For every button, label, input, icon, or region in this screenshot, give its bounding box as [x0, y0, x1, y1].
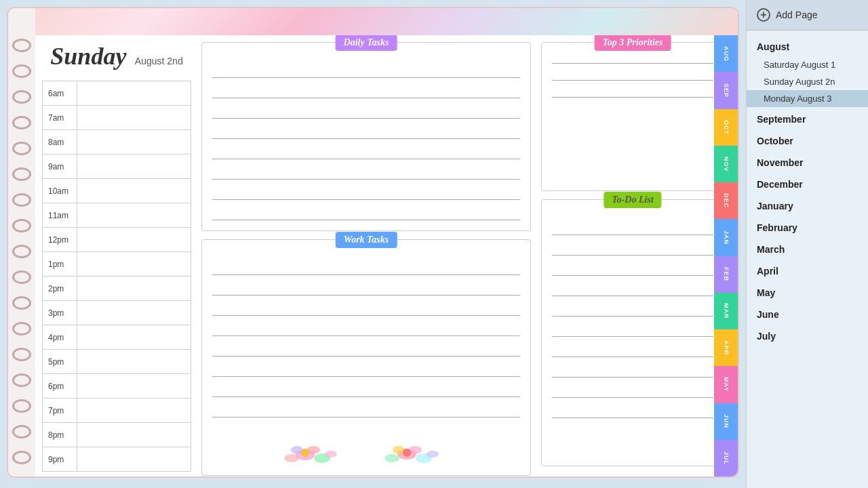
- priority-line[interactable]: [552, 63, 713, 64]
- task-line[interactable]: [552, 342, 713, 357]
- task-line[interactable]: [212, 362, 520, 377]
- priority-line[interactable]: [552, 97, 713, 98]
- tab-nov[interactable]: NOV: [714, 146, 738, 182]
- month-name[interactable]: December: [747, 175, 868, 194]
- time-slot-line[interactable]: [77, 228, 191, 251]
- month-name[interactable]: July: [747, 327, 868, 346]
- tab-may[interactable]: MAY: [714, 366, 738, 403]
- time-row[interactable]: 8am: [43, 130, 191, 155]
- time-slot-line[interactable]: [77, 399, 191, 422]
- time-slot-line[interactable]: [77, 325, 191, 349]
- time-row[interactable]: 6am: [43, 81, 191, 106]
- time-row[interactable]: 9pm: [43, 447, 191, 472]
- month-name[interactable]: October: [747, 131, 868, 150]
- tab-oct[interactable]: OCT: [714, 109, 738, 146]
- time-row[interactable]: 8pm: [43, 423, 191, 447]
- task-line[interactable]: [212, 342, 520, 357]
- time-slot-line[interactable]: [77, 447, 191, 471]
- middle-column: Daily Tasks Work Tasks: [201, 42, 531, 466]
- time-row[interactable]: 6pm: [43, 374, 191, 399]
- time-label: 3pm: [43, 308, 77, 318]
- time-row[interactable]: 7am: [43, 106, 191, 130]
- day-entry[interactable]: Sunday August 2n: [747, 73, 868, 90]
- task-line[interactable]: [552, 261, 713, 276]
- month-name[interactable]: November: [747, 153, 868, 172]
- tab-jun[interactable]: JUN: [714, 403, 738, 440]
- time-slot-line[interactable]: [77, 423, 191, 447]
- time-slot-line[interactable]: [77, 374, 191, 398]
- month-name[interactable]: March: [747, 240, 868, 259]
- time-slot-line[interactable]: [77, 301, 191, 325]
- time-slot-line[interactable]: [77, 106, 191, 129]
- time-label: 11am: [43, 211, 77, 220]
- time-slot-line[interactable]: [77, 252, 191, 276]
- top3-priorities-box: Top 3 Priorities: [541, 42, 724, 191]
- tab-aug[interactable]: AUG: [714, 35, 738, 72]
- tab-mar[interactable]: MAR: [714, 293, 738, 329]
- task-line[interactable]: [552, 220, 713, 235]
- task-line[interactable]: [212, 165, 520, 180]
- time-row[interactable]: 7pm: [43, 399, 191, 423]
- task-line[interactable]: [212, 321, 520, 336]
- task-line[interactable]: [212, 83, 520, 98]
- task-line[interactable]: [212, 144, 520, 159]
- time-row[interactable]: 4pm: [43, 325, 191, 350]
- time-slot-line[interactable]: [77, 130, 191, 154]
- task-line[interactable]: [212, 104, 520, 119]
- time-row[interactable]: 2pm: [43, 277, 191, 301]
- month-name[interactable]: May: [747, 283, 868, 302]
- time-row[interactable]: 1pm: [43, 252, 191, 277]
- month-name[interactable]: April: [747, 262, 868, 281]
- tab-dec[interactable]: DEC: [714, 182, 738, 219]
- month-name[interactable]: June: [747, 305, 868, 324]
- page-content: Sunday August 2nd 6am7am8am9am10am11am12…: [35, 8, 738, 476]
- tab-feb[interactable]: FEB: [714, 256, 738, 293]
- time-label: 12pm: [43, 235, 77, 245]
- task-line[interactable]: [552, 383, 713, 398]
- time-row[interactable]: 9am: [43, 155, 191, 179]
- task-line[interactable]: [212, 260, 520, 275]
- spiral-ring: [12, 64, 31, 78]
- task-line[interactable]: [552, 281, 713, 296]
- tab-jan[interactable]: JAN: [714, 219, 738, 256]
- task-line[interactable]: [212, 281, 520, 296]
- time-slot-line[interactable]: [77, 350, 191, 373]
- add-page-icon[interactable]: +: [757, 8, 770, 22]
- month-name[interactable]: February: [747, 218, 868, 237]
- time-slot-line[interactable]: [77, 203, 191, 227]
- tab-jul[interactable]: JUL: [714, 440, 738, 476]
- add-page-button[interactable]: Add Page: [776, 9, 818, 20]
- task-line[interactable]: [212, 124, 520, 139]
- task-line[interactable]: [212, 63, 520, 78]
- task-line[interactable]: [552, 322, 713, 337]
- day-entry[interactable]: Saturday August 1: [747, 56, 868, 73]
- tab-sep[interactable]: SEP: [714, 72, 738, 108]
- time-row[interactable]: 3pm: [43, 301, 191, 325]
- task-line[interactable]: [552, 363, 713, 378]
- month-name[interactable]: January: [747, 197, 868, 216]
- task-line[interactable]: [552, 241, 713, 256]
- task-line[interactable]: [552, 403, 713, 418]
- time-slot-line[interactable]: [77, 277, 191, 300]
- time-slot-line[interactable]: [77, 179, 191, 203]
- time-label: 8am: [43, 138, 77, 147]
- floral-top-decoration: [8, 8, 738, 35]
- tab-apr[interactable]: APR: [714, 329, 738, 366]
- time-slot-line[interactable]: [77, 81, 191, 105]
- task-line[interactable]: [212, 301, 520, 316]
- month-name[interactable]: August: [747, 37, 868, 56]
- task-line[interactable]: [212, 205, 520, 220]
- task-line[interactable]: [212, 403, 520, 418]
- month-name[interactable]: September: [747, 110, 868, 129]
- time-row[interactable]: 10am: [43, 179, 191, 203]
- day-entry[interactable]: Monday August 3: [747, 90, 868, 107]
- time-row[interactable]: 11am: [43, 203, 191, 228]
- task-line[interactable]: [212, 382, 520, 397]
- spiral-ring: [12, 451, 31, 464]
- time-row[interactable]: 12pm: [43, 228, 191, 252]
- time-row[interactable]: 5pm: [43, 350, 191, 374]
- time-slot-line[interactable]: [77, 155, 191, 178]
- priority-line[interactable]: [552, 80, 713, 81]
- task-line[interactable]: [552, 302, 713, 317]
- task-line[interactable]: [212, 185, 520, 200]
